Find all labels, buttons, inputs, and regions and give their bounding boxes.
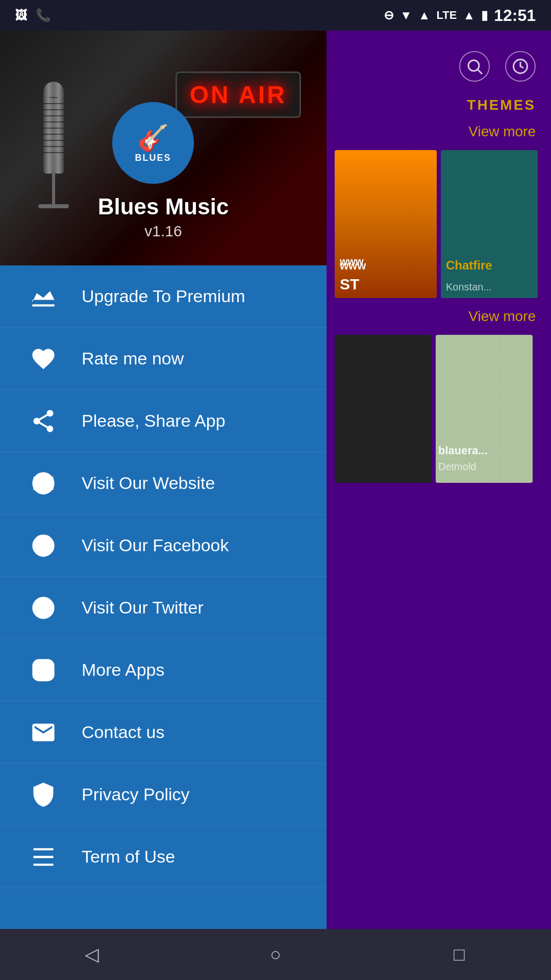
svg-line-1 (478, 70, 482, 74)
navigation-bar: ◁ ○ □ (0, 929, 551, 980)
signal2-icon: ▲ (463, 8, 475, 22)
twitter-label: Visit Our Twitter (82, 598, 204, 618)
svg-point-11 (39, 666, 47, 674)
twitter-icon (26, 590, 61, 626)
on-air-sign: ON AIR (176, 71, 301, 118)
email-icon (26, 715, 61, 750)
menu-item-share[interactable]: Please, Share App (0, 390, 327, 452)
moreapps-label: More Apps (82, 660, 165, 680)
terms-label: Term of Use (82, 847, 175, 867)
back-button[interactable]: ◁ (71, 934, 112, 975)
search-button[interactable] (459, 51, 490, 82)
facebook-icon (26, 528, 61, 564)
menu-item-upgrade[interactable]: Upgrade To Premium (0, 265, 327, 328)
card-map[interactable]: blauera... Detmold (436, 335, 533, 483)
card-teal[interactable]: Chatfire Konstan... (441, 150, 538, 298)
card-dark[interactable] (335, 335, 432, 483)
menu-list: Upgrade To Premium Rate me now Please, S… (0, 265, 327, 980)
app-version: v1.16 (0, 223, 327, 240)
list-icon (26, 839, 61, 875)
menu-item-contact[interactable]: Contact us (0, 701, 327, 764)
chatfire-subtitle: Konstan... (441, 281, 497, 293)
on-air-text: ON AIR (190, 81, 287, 109)
phone-icon: 📞 (36, 8, 51, 22)
drawer-header: ON AIR 🎸 BLUES Blues Music v1.16 (0, 31, 327, 265)
contact-label: Contact us (82, 722, 165, 742)
logo-blues-text: BLUES (135, 153, 171, 163)
right-panel: THEMES View more www ST Chatfire Konstan… (324, 31, 551, 980)
signal-icon: ▲ (418, 8, 431, 22)
view-more-1[interactable]: View more (330, 118, 546, 145)
card-fire[interactable]: www ST (335, 150, 437, 298)
status-left-icons: 🖼 📞 (15, 8, 51, 22)
home-button[interactable]: ○ (255, 934, 296, 975)
wifi-icon: ▼ (400, 8, 412, 22)
recents-button[interactable]: □ (439, 934, 480, 975)
cards-row-2: blauera... Detmold (330, 330, 546, 488)
menu-item-twitter[interactable]: Visit Our Twitter (0, 577, 327, 639)
time-display: 12:51 (494, 6, 536, 25)
heart-icon (26, 341, 61, 377)
svg-point-9 (34, 598, 54, 618)
chatfire-title: Chatfire (441, 253, 497, 278)
photo-icon: 🖼 (15, 8, 28, 22)
app-title: Blues Music (0, 194, 327, 219)
blauer-title: blauera... (438, 444, 488, 457)
mute-icon: ⊖ (384, 8, 394, 22)
history-button[interactable] (505, 51, 536, 82)
upgrade-label: Upgrade To Premium (82, 286, 245, 306)
detmold-subtitle: Detmold (438, 461, 476, 473)
right-panel-icons (330, 41, 546, 92)
themes-label: THEMES (330, 92, 546, 118)
card-fire-label: ST (340, 276, 359, 293)
view-more-2[interactable]: View more (330, 303, 546, 330)
svg-point-0 (468, 60, 479, 71)
guitar-icon: 🎸 (137, 123, 169, 153)
share-label: Please, Share App (82, 411, 226, 431)
navigation-drawer: ON AIR 🎸 BLUES Blues Music v1.16 Upgrade… (0, 31, 327, 980)
menu-item-moreapps[interactable]: More Apps (0, 639, 327, 701)
cards-row-1: www ST Chatfire Konstan... (330, 145, 546, 303)
crown-icon (26, 279, 61, 314)
status-right-icons: ⊖ ▼ ▲ LTE ▲ ▮ 12:51 (384, 6, 536, 25)
card-fire-www: www (340, 259, 366, 273)
menu-item-terms[interactable]: Term of Use (0, 826, 327, 888)
menu-item-privacy[interactable]: Privacy Policy (0, 764, 327, 826)
globe-icon (26, 465, 61, 501)
share-icon (26, 403, 61, 439)
menu-item-rate[interactable]: Rate me now (0, 328, 327, 390)
battery-icon: ▮ (481, 8, 488, 22)
menu-item-website[interactable]: Visit Our Website (0, 452, 327, 514)
menu-item-facebook[interactable]: Visit Our Facebook (0, 514, 327, 577)
app-logo: 🎸 BLUES (112, 102, 194, 184)
svg-point-12 (48, 663, 51, 665)
privacy-label: Privacy Policy (82, 785, 190, 804)
website-label: Visit Our Website (82, 473, 215, 493)
lte-label: LTE (436, 9, 457, 22)
status-bar: 🖼 📞 ⊖ ▼ ▲ LTE ▲ ▮ 12:51 (0, 0, 551, 31)
shield-icon (26, 777, 61, 813)
instagram-icon (26, 652, 61, 688)
rate-label: Rate me now (82, 349, 184, 369)
facebook-label: Visit Our Facebook (82, 535, 229, 555)
